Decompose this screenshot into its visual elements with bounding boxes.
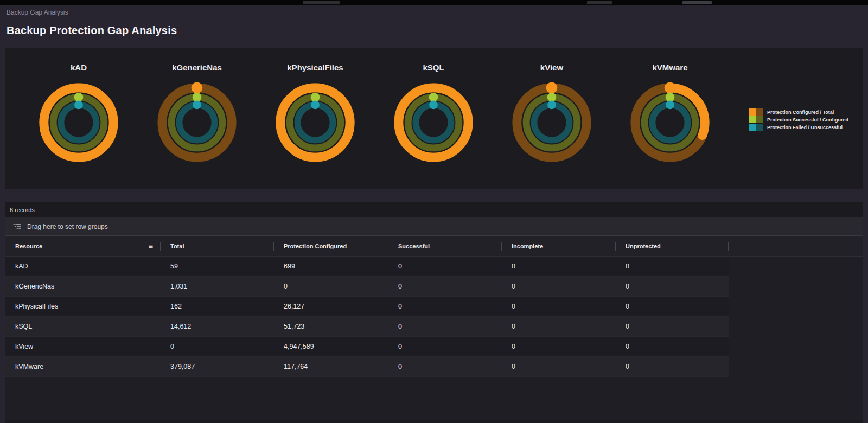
- cell-protection-configured: 51,723: [274, 317, 388, 336]
- cell-resource: kGenericNas: [5, 277, 161, 296]
- donut-rings-graphic: [391, 80, 476, 165]
- cell-successful: 0: [388, 257, 502, 276]
- row-group-hint-label: Drag here to set row groups: [27, 223, 108, 230]
- chart-title: kAD: [71, 63, 87, 72]
- cell-protection-configured: 117,764: [274, 357, 388, 376]
- cell-incomplete: 0: [502, 357, 616, 376]
- legend-label: Protection Configured / Total: [767, 110, 834, 115]
- top-chrome-strip: [0, 0, 868, 5]
- cell-incomplete: 0: [502, 257, 616, 276]
- grid-body: kAD59699000kGenericNas1,0310000kPhysical…: [5, 257, 729, 377]
- legend-swatch-bright: [749, 108, 756, 116]
- legend-item: Protection Successful / Configured: [749, 116, 848, 123]
- charts-panel: kADkGenericNaskPhysicalFileskSQLkViewkVM…: [5, 48, 863, 189]
- cell-unprotected: 0: [616, 277, 729, 296]
- cell-unprotected: 0: [616, 257, 729, 276]
- legend-label: Protection Failed / Unsuccessful: [767, 125, 843, 130]
- donut-chart-kPhysicalFiles[interactable]: kPhysicalFiles: [272, 63, 358, 165]
- column-menu-icon[interactable]: ≡: [149, 242, 153, 251]
- cell-total: 379,087: [161, 357, 274, 376]
- data-grid: Drag here to set row groups Resource≡Tot…: [5, 217, 863, 420]
- column-header-label: Successful: [398, 243, 430, 249]
- donut-rings-graphic: [509, 80, 595, 165]
- chart-title: kVMware: [652, 63, 687, 72]
- donut-charts-row: kADkGenericNaskPhysicalFileskSQLkViewkVM…: [36, 63, 713, 165]
- legend-swatch-dark: [756, 108, 763, 116]
- chart-title: kPhysicalFiles: [287, 63, 343, 72]
- legend-item: Protection Failed / Unsuccessful: [749, 124, 848, 131]
- cell-resource: kSQL: [5, 317, 161, 336]
- cell-resource: kVMware: [5, 357, 161, 376]
- column-header-successful[interactable]: Successful: [388, 236, 502, 256]
- legend-swatch-bright: [749, 124, 756, 131]
- breadcrumb[interactable]: Backup Gap Analysis: [7, 9, 868, 16]
- cell-successful: 0: [388, 357, 502, 376]
- cell-incomplete: 0: [502, 317, 616, 336]
- cell-protection-configured: 4,947,589: [274, 337, 388, 356]
- chrome-fragment: [682, 1, 712, 4]
- chrome-fragment: [303, 1, 340, 4]
- page-header: Backup Gap Analysis Backup Protection Ga…: [0, 5, 868, 48]
- donut-chart-kSQL[interactable]: kSQL: [391, 63, 476, 165]
- donut-chart-kView[interactable]: kView: [509, 63, 595, 165]
- donut-chart-kGenericNas[interactable]: kGenericNas: [154, 63, 240, 165]
- chart-title: kSQL: [423, 63, 444, 72]
- table-row-kPhysicalFiles[interactable]: kPhysicalFiles16226,127000: [5, 297, 729, 317]
- cell-incomplete: 0: [502, 337, 616, 356]
- table-row-kGenericNas[interactable]: kGenericNas1,0310000: [5, 277, 729, 297]
- column-header-resource[interactable]: Resource≡: [5, 236, 161, 256]
- cell-unprotected: 0: [616, 297, 729, 316]
- column-header-label: Resource: [15, 243, 42, 249]
- cell-total: 59: [161, 257, 274, 276]
- chart-title: kGenericNas: [172, 63, 222, 72]
- donut-rings-graphic: [272, 80, 358, 165]
- cell-incomplete: 0: [502, 297, 616, 316]
- cell-successful: 0: [388, 337, 502, 356]
- cell-protection-configured: 699: [274, 257, 388, 276]
- cell-successful: 0: [388, 317, 502, 336]
- cell-unprotected: 0: [616, 317, 729, 336]
- donut-rings-graphic: [36, 80, 122, 165]
- cell-total: 1,031: [161, 277, 274, 296]
- column-header-label: Incomplete: [512, 243, 543, 249]
- chart-legend: Protection Configured / TotalProtection …: [749, 108, 848, 131]
- row-groups-icon: [13, 223, 21, 230]
- legend-swatch-dark: [756, 116, 763, 123]
- cell-successful: 0: [388, 277, 502, 296]
- donut-rings-graphic: [154, 80, 240, 165]
- column-header-incomplete[interactable]: Incomplete: [502, 236, 616, 256]
- table-row-kView[interactable]: kView04,947,589000: [5, 337, 729, 357]
- cell-unprotected: 0: [616, 337, 729, 356]
- table-panel: 6 records Drag here to set row groups Re…: [5, 202, 863, 423]
- column-header-unprotected[interactable]: Unprotected: [616, 236, 729, 256]
- column-header-label: Protection Configured: [284, 243, 347, 249]
- cell-resource: kAD: [5, 257, 161, 276]
- donut-rings-graphic: [627, 80, 713, 165]
- chrome-fragment: [587, 1, 612, 4]
- cell-unprotected: 0: [616, 357, 729, 376]
- cell-total: 162: [161, 297, 274, 316]
- column-header-total[interactable]: Total: [161, 236, 274, 256]
- table-row-kSQL[interactable]: kSQL14,61251,723000: [5, 317, 729, 337]
- page-title: Backup Protection Gap Analysis: [7, 24, 868, 37]
- row-group-dropzone[interactable]: Drag here to set row groups: [5, 217, 863, 236]
- cell-protection-configured: 26,127: [274, 297, 388, 316]
- legend-label: Protection Successful / Configured: [767, 117, 848, 123]
- legend-swatch-bright: [749, 116, 756, 123]
- table-row-kAD[interactable]: kAD59699000: [5, 257, 729, 277]
- cell-resource: kPhysicalFiles: [5, 297, 161, 316]
- cell-protection-configured: 0: [274, 277, 388, 296]
- cell-incomplete: 0: [502, 277, 616, 296]
- cell-total: 0: [161, 337, 274, 356]
- column-header-label: Total: [170, 243, 184, 249]
- cell-resource: kView: [5, 337, 161, 356]
- cell-total: 14,612: [161, 317, 274, 336]
- legend-item: Protection Configured / Total: [749, 108, 848, 116]
- donut-chart-kAD[interactable]: kAD: [36, 63, 122, 165]
- table-row-kVMware[interactable]: kVMware379,087117,764000: [5, 357, 729, 377]
- chart-title: kView: [540, 63, 563, 72]
- column-header-protection-configured[interactable]: Protection Configured: [274, 236, 388, 256]
- grid-header-row: Resource≡TotalProtection ConfiguredSucce…: [5, 236, 863, 257]
- donut-chart-kVMware[interactable]: kVMware: [627, 63, 713, 165]
- cell-successful: 0: [388, 297, 502, 316]
